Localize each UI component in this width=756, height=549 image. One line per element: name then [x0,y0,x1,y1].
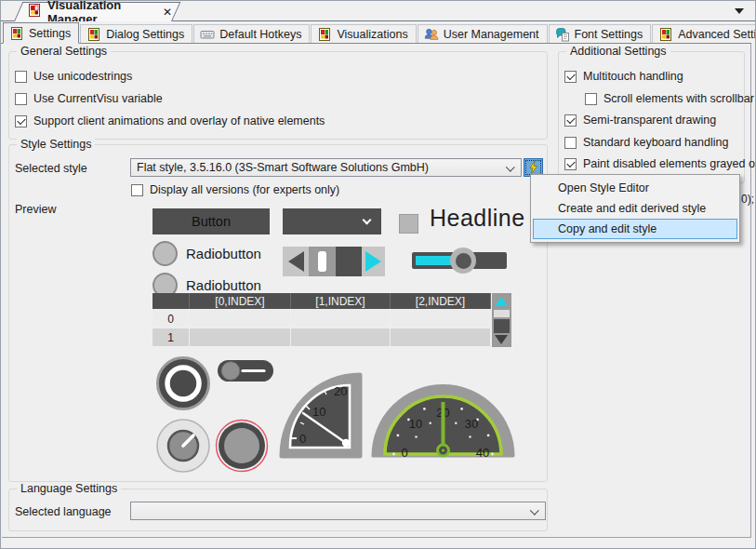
group-title: Language Settings [17,482,121,495]
radio-label: Radiobutton [186,277,261,293]
table-corner-cell [153,293,190,309]
style-context-menu: Open Style Editor Create and edit derive… [530,174,740,243]
group-title: General Settings [17,45,111,58]
checkbox-box[interactable] [131,184,143,196]
group-style-settings: Style Settings Selected style Flat style… [8,144,548,482]
table-row-label: 0 [153,310,190,328]
tab-user-management[interactable]: User Management [418,24,548,43]
checkbox-box[interactable] [564,71,577,83]
preview-dropdown [283,208,381,234]
tab-font-settings[interactable]: Font Settings [549,24,652,43]
preview-button: Button [153,208,270,234]
checkbox-label: Scroll elements with scrollbar [603,92,754,105]
gauge-tick-label: 10 [312,405,325,419]
gauge-tick-label: 0 [299,432,306,446]
checkbox-label: Use CurrentVisu variable [33,92,163,105]
font-bubble-icon [555,27,570,42]
preview-button-label: Button [192,214,231,229]
lightning-icon [527,160,539,175]
checkbox-label: Multitouch handling [583,70,683,83]
checkbox-multitouch-handling[interactable]: Multitouch handling [564,70,683,83]
preview-radiobutton-1: Radiobutton [153,240,261,266]
tab-label: Dialog Settings [106,28,184,41]
gauge-tick-label: 40 [476,446,489,459]
spin-track [309,247,336,276]
group-language-settings: Language Settings Selected language [8,489,548,531]
tab-visualizations[interactable]: Visualizations [311,24,416,43]
document-tab-visualization-manager[interactable]: Visualization Manager ✕ [7,2,172,21]
table-row: 1 [153,328,491,346]
menu-item-create-derived-style[interactable]: Create and edit derived style [533,198,737,219]
gauge-tick-label: 20 [334,384,347,398]
table-cell [291,310,391,328]
tab-list-dropdown-icon[interactable] [735,8,744,14]
checkbox-paint-disabled-elements[interactable]: Paint disabled elements grayed out [564,157,756,170]
preview-slider-thumb [450,248,476,274]
scroll-down-icon [495,335,508,344]
checkbox-semi-transparent-drawing[interactable]: Semi-transparent drawing [564,114,716,127]
checkbox-label: Semi-transparent drawing [583,114,716,127]
tab-advanced-settings[interactable]: Advanced Settings [652,24,756,43]
visu-grid-icon [86,27,101,42]
menu-item-copy-and-edit-style[interactable]: Copy and edit style [533,219,737,239]
table-row-label: 1 [153,328,190,346]
checkbox-standard-keyboard-handling[interactable]: Standard keyboard handling [564,136,728,149]
selected-style-value: Flat style, 3.5.16.0 (3S-Smart Software … [137,161,429,174]
checkbox-label: Display all versions (for experts only) [150,183,339,196]
checkbox-support-client-animations[interactable]: Support client animations and overlay of… [15,114,325,127]
preview-scrollbar [492,293,511,347]
preview-knob-dial [155,418,211,474]
table-cell [190,328,291,346]
tab-settings[interactable]: Settings [3,22,79,44]
selected-style-label: Selected style [15,162,87,175]
users-icon [424,27,439,42]
checkbox-box[interactable] [564,114,577,127]
preview-table: [0,INDEX] [1,INDEX] [2,INDEX] 0 1 [153,293,491,346]
slider-fill [416,256,455,265]
preview-quarter-gauge: 0 10 20 [278,371,364,459]
preview-headline: Headline [430,205,525,232]
checkbox-box[interactable] [564,137,577,149]
checkbox-label: Use unicodestrings [33,70,132,83]
radio-circle [153,241,178,266]
checkbox-box[interactable] [564,158,577,170]
group-title: Additional Settings [566,45,670,58]
arrow-left-icon [288,251,304,272]
tab-default-hotkeys[interactable]: Default Hotkeys [193,24,310,43]
tab-dialog-settings[interactable]: Dialog Settings [80,24,192,43]
table-header-cell: [2,INDEX] [391,293,491,309]
document-tab-bar: Visualization Manager ✕ [1,1,755,21]
checkbox-use-currentvisu-variable[interactable]: Use CurrentVisu variable [15,92,163,105]
checkbox-use-unicodestrings[interactable]: Use unicodestrings [15,70,132,83]
arrow-right-icon [365,251,381,272]
selected-language-combobox[interactable] [130,502,546,520]
spin-thumb [318,251,326,272]
checkbox-box[interactable] [15,115,27,127]
scrollbar-thumb [494,310,510,317]
checkbox-scroll-elements-with-scrollbar[interactable]: Scroll elements with scrollbar [585,92,754,105]
checkbox-box[interactable] [585,93,597,105]
close-icon[interactable]: ✕ [163,6,172,19]
clipped-text-fragment: 0); [741,193,754,206]
visu-grid-icon [658,27,673,42]
checkbox-box[interactable] [15,93,27,105]
checkbox-label: Paint disabled elements grayed out [583,157,756,170]
selected-style-combobox[interactable]: Flat style, 3.5.16.0 (3S-Smart Software … [130,158,522,177]
visualization-manager-window: Visualization Manager ✕ Settings Dialog … [0,0,756,549]
gauge-tick-label: 30 [465,417,478,431]
table-header-row: [0,INDEX] [1,INDEX] [2,INDEX] [153,293,491,309]
group-additional-settings: Additional Settings Multitouch handling … [558,51,745,183]
group-title: Style Settings [17,138,95,151]
menu-item-open-style-editor[interactable]: Open Style Editor [533,178,737,198]
checkbox-box[interactable] [15,71,27,83]
radio-label: Radiobutton [186,246,261,261]
table-row: 0 [153,310,491,328]
settings-panel: General Settings Use unicodestrings Use … [2,44,751,538]
tab-label: Visualizations [337,28,407,41]
table-header-cell: [1,INDEX] [291,293,391,309]
checkbox-display-all-versions[interactable]: Display all versions (for experts only) [131,183,339,196]
tab-label: Default Hotkeys [219,28,301,41]
visu-grid-icon [9,26,24,41]
chevron-down-icon [363,216,372,225]
preview-label: Preview [15,203,56,216]
